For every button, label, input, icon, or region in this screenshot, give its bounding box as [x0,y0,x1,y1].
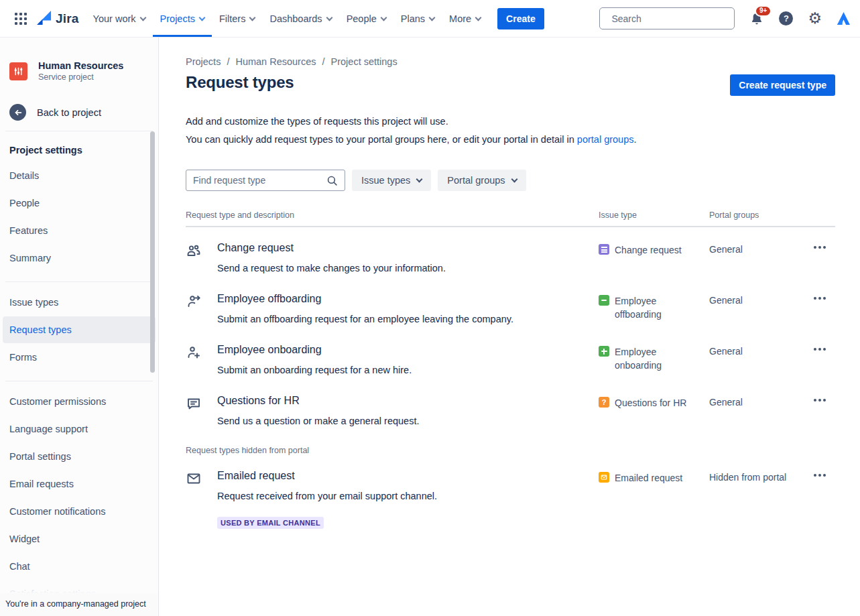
portal-group-label: General [709,242,811,255]
sidebar-item-email-requests[interactable]: Email requests [3,471,156,497]
atlassian-icon [837,11,851,25]
sidebar-item-people[interactable]: People [3,190,156,217]
chevron-down-icon [416,176,423,183]
chevron-down-icon [199,14,206,21]
sidebar-divider [5,381,153,381]
nav-your-work[interactable]: Your work [86,0,153,37]
jira-logo[interactable]: Jira [34,0,86,37]
sidebar-footer: You're in a company-managed project [0,593,158,616]
request-type-description: Send us a question or make a general req… [217,416,419,426]
back-to-project-button[interactable]: Back to project [0,104,158,121]
used-by-email-channel-badge: USED BY EMAIL CHANNEL [217,517,324,529]
breadcrumb: Projects / Human Resources / Project set… [186,56,835,67]
issue-types-filter-dropdown[interactable]: Issue types [352,170,431,191]
create-button[interactable]: Create [497,8,544,29]
sidebar-item-customer-permissions[interactable]: Customer permissions [3,388,156,415]
search-input[interactable] [611,13,733,24]
sidebar-item-portal-settings[interactable]: Portal settings [3,443,156,470]
portal-groups-filter-dropdown[interactable]: Portal groups [438,170,526,191]
notifications-button[interactable]: 9+ [749,11,764,26]
sidebar-item-request-types[interactable]: Request types [3,316,156,343]
project-type: Service project [38,72,123,82]
back-to-project-label: Back to project [37,107,101,118]
request-type-name[interactable]: Employee offboarding [217,293,321,304]
nav-dashboards[interactable]: Dashboards [262,0,339,37]
sidebar-item-summary[interactable]: Summary [3,245,156,271]
sidebar-item-chat[interactable]: Chat [3,553,156,580]
project-settings-sidebar: Human Resources Service project Back to … [0,38,159,616]
app-grid-icon [15,13,17,15]
column-header-request-type: Request type and description [186,210,599,220]
chevron-down-icon [326,14,332,21]
nav-plans[interactable]: Plans [393,0,442,37]
jira-logo-icon [36,11,52,26]
description-line1: Add and customize the types of requests … [186,116,448,127]
more-options-button[interactable] [811,395,835,406]
emailed-request-issue-type-icon [599,472,609,483]
portal-groups-link[interactable]: portal groups [577,134,634,145]
more-options-button[interactable] [811,242,835,253]
sidebar-item-customer-notifications[interactable]: Customer notifications [3,498,156,525]
chevron-down-icon [511,176,517,183]
portal-group-label: General [709,395,811,408]
sidebar-item-widget[interactable]: Widget [3,526,156,552]
more-options-button[interactable] [811,344,835,355]
chevron-down-icon [429,14,436,21]
request-type-name[interactable]: Emailed request [217,470,295,481]
request-type-description: Submit an offboarding request for an emp… [217,314,513,324]
nav-more[interactable]: More [442,0,488,37]
table-row: Change request Send a request to make ch… [186,227,835,278]
people-icon [186,243,202,259]
issue-types-filter-label: Issue types [361,175,410,186]
portal-group-label: General [709,344,811,357]
find-request-type-search[interactable] [186,170,345,191]
request-type-name[interactable]: Change request [217,242,294,253]
more-options-button[interactable] [811,470,835,481]
hidden-section-label: Request types hidden from portal [186,446,835,455]
nav-projects[interactable]: Projects [153,0,212,37]
chevron-down-icon [475,14,482,21]
nav-label: Dashboards [269,13,322,24]
nav-label: More [449,13,471,24]
global-search[interactable] [599,7,735,29]
sidebar-item-details[interactable]: Details [3,162,156,189]
breadcrumb-human-resources[interactable]: Human Resources [235,56,316,67]
request-type-description: Submit an onboarding request for a new h… [217,365,412,375]
breadcrumb-project-settings[interactable]: Project settings [331,56,397,67]
more-options-button[interactable] [811,293,835,304]
help-button[interactable]: ? [779,11,793,25]
sidebar-item-features[interactable]: Features [3,217,156,244]
arrow-left-icon [9,104,26,121]
issue-type-label: Employee offboarding [615,294,696,321]
request-type-name[interactable]: Employee onboarding [217,344,322,355]
atlassian-app-button[interactable] [837,11,851,25]
sidebar-group-channels: Customer permissions Language support Po… [0,388,158,616]
table-row: Employee onboarding Submit an onboarding… [186,329,835,380]
find-request-type-input[interactable] [193,175,326,186]
breadcrumb-projects[interactable]: Projects [186,56,221,67]
nav-label: Filters [219,13,245,24]
nav-label: People [347,13,377,24]
sidebar-item-forms[interactable]: Forms [3,344,156,371]
nav-filters[interactable]: Filters [212,0,262,37]
sidebar-item-issue-types[interactable]: Issue types [3,289,156,316]
nav-label: Plans [401,13,425,24]
create-request-type-button[interactable]: Create request type [730,74,835,96]
column-header-issue-type: Issue type [599,210,709,220]
sidebar-item-language-support[interactable]: Language support [3,416,156,442]
column-header-portal-groups: Portal groups [709,210,811,220]
request-type-description: Request received from your email support… [217,491,437,501]
settings-button[interactable]: ⚙ [808,11,822,26]
table-row: Emailed request Request received from yo… [186,455,835,529]
nav-people[interactable]: People [339,0,393,37]
main-content: Projects / Human Resources / Project set… [159,38,860,616]
portal-group-label: Hidden from portal [709,470,811,483]
notification-count-badge: 9+ [755,5,771,17]
description-suffix: . [633,134,636,145]
app-switcher-button[interactable] [8,0,34,37]
project-avatar [9,62,27,80]
request-types-table: Request type and description Issue type … [186,210,835,529]
sidebar-scrollbar[interactable] [150,131,155,373]
help-icon: ? [779,11,793,25]
request-type-name[interactable]: Questions for HR [217,395,300,406]
